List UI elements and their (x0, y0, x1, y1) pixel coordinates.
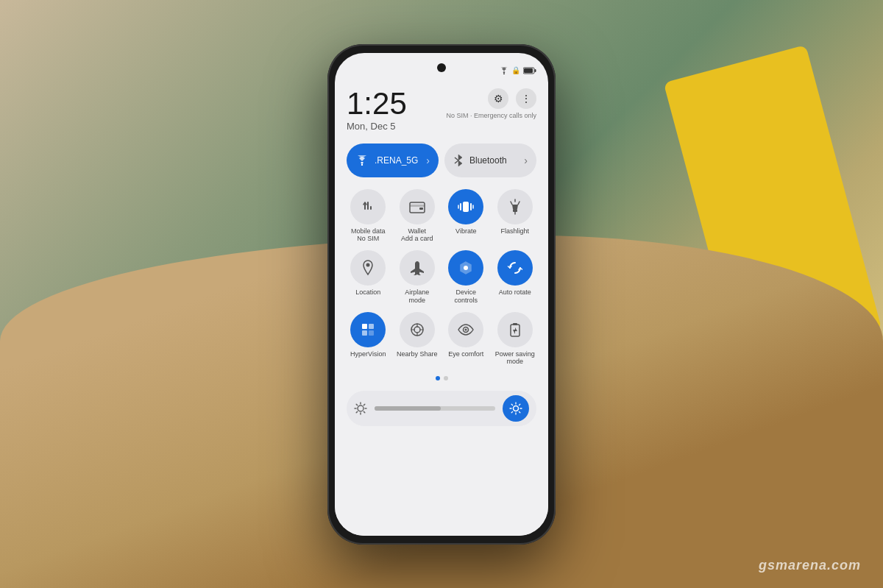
svg-point-0 (503, 73, 505, 74)
camera-hole (437, 63, 446, 72)
watermark: gsmarena.com (759, 558, 861, 573)
svg-rect-7 (419, 208, 423, 210)
qs-panel: 1:25 Mon, Dec 5 ⚙ ⋮ No SIM · Emergency c… (335, 82, 548, 536)
mobile-data-label: Mobile dataNo SIM (351, 227, 386, 244)
auto-rotate-icon-wrap (497, 250, 533, 286)
time-right: ⚙ ⋮ No SIM · Emergency calls only (446, 88, 536, 119)
phone-screen: 🔒 1:25 Mon, Dec 5 (335, 53, 548, 536)
battery-status-icon (523, 67, 536, 74)
brightness-low-icon (354, 402, 367, 415)
settings-button[interactable]: ⚙ (488, 88, 508, 109)
date-display: Mon, Dec 5 (347, 121, 407, 132)
svg-rect-13 (369, 324, 374, 329)
power-saving-label: Power savingmode (495, 350, 535, 366)
svg-point-4 (361, 163, 363, 165)
airplane-icon-wrap (400, 250, 435, 286)
wallet-label: WalletAdd a card (401, 227, 433, 244)
svg-rect-3 (524, 68, 533, 73)
time-controls: ⚙ ⋮ (488, 88, 536, 109)
eye-comfort-icon-wrap (448, 312, 483, 347)
tile-power-saving[interactable]: Power savingmode (494, 312, 537, 366)
wifi-toggle[interactable]: .RENA_5G › (347, 144, 439, 177)
bluetooth-toggle-label: Bluetooth (469, 155, 518, 166)
location-label: Location (355, 288, 380, 297)
svg-point-22 (358, 405, 364, 411)
svg-point-10 (366, 263, 370, 267)
tile-wallet[interactable]: WalletAdd a card (396, 189, 439, 244)
tile-eye-comfort[interactable]: Eye comfort (444, 312, 488, 366)
vibrate-icon-wrap (448, 189, 483, 224)
brightness-slider[interactable] (375, 406, 495, 411)
status-icons: 🔒 (500, 66, 536, 74)
brightness-fill (375, 406, 441, 411)
svg-point-17 (414, 327, 420, 333)
device-controls-label: Device controls (444, 288, 488, 305)
wifi-toggle-label: .RENA_5G (375, 155, 420, 166)
power-saving-icon-wrap (497, 312, 533, 347)
tile-device-controls[interactable]: Device controls (444, 250, 488, 305)
nearby-share-icon-wrap (400, 312, 435, 347)
mobile-data-icon-wrap (350, 189, 386, 224)
airplane-label: Airplanemode (405, 288, 429, 305)
wallet-icon-wrap (400, 189, 435, 224)
clock-display: 1:25 (347, 88, 407, 119)
auto-rotate-label: Auto rotate (499, 288, 531, 297)
wifi-status-icon (500, 67, 508, 74)
svg-rect-6 (410, 205, 425, 207)
nearby-share-label: Nearby Share (397, 350, 438, 358)
tile-hypervision[interactable]: HyperVision (347, 312, 390, 366)
wifi-toggle-icon (355, 155, 369, 166)
bluetooth-toggle[interactable]: Bluetooth › (444, 144, 536, 177)
eye-comfort-label: Eye comfort (448, 350, 483, 358)
device-controls-icon-wrap (448, 250, 483, 286)
brightness-row (347, 391, 536, 426)
svg-point-19 (465, 328, 467, 330)
tile-auto-rotate[interactable]: Auto rotate (494, 250, 537, 305)
sim-status: No SIM · Emergency calls only (446, 112, 536, 119)
bluetooth-toggle-arrow: › (524, 155, 528, 166)
svg-point-23 (514, 406, 519, 411)
more-button[interactable]: ⋮ (516, 88, 536, 109)
svg-rect-12 (362, 324, 367, 329)
time-left: 1:25 Mon, Dec 5 (347, 88, 407, 132)
phone-shell: 🔒 1:25 Mon, Dec 5 (327, 44, 556, 545)
pagination-dots (347, 376, 536, 380)
tile-flashlight[interactable]: Flashlight (494, 189, 537, 244)
hypervision-icon-wrap (350, 312, 386, 347)
tile-mobile-data[interactable]: Mobile dataNo SIM (347, 189, 390, 244)
time-section: 1:25 Mon, Dec 5 ⚙ ⋮ No SIM · Emergency c… (347, 82, 536, 132)
svg-rect-14 (362, 330, 367, 336)
svg-rect-8 (463, 202, 469, 212)
flashlight-icon-wrap (497, 189, 533, 224)
lock-status-icon: 🔒 (511, 66, 520, 74)
svg-rect-21 (513, 323, 517, 325)
tile-vibrate[interactable]: Vibrate (444, 189, 488, 244)
hypervision-label: HyperVision (350, 350, 386, 358)
svg-point-11 (464, 266, 468, 270)
tiles-grid: Mobile dataNo SIM WalletAdd a card (347, 189, 536, 366)
brightness-settings-button[interactable] (503, 395, 529, 422)
tile-location[interactable]: Location (347, 250, 390, 305)
dot-1[interactable] (436, 376, 440, 380)
svg-rect-15 (369, 330, 374, 336)
location-icon-wrap (350, 250, 386, 286)
tile-nearby-share[interactable]: Nearby Share (396, 312, 439, 366)
wifi-toggle-arrow: › (426, 155, 430, 166)
dot-2[interactable] (444, 376, 448, 380)
flashlight-label: Flashlight (500, 227, 529, 235)
tile-airplane[interactable]: Airplanemode (396, 250, 439, 305)
toggle-row: .RENA_5G › Bluetooth › (347, 144, 536, 177)
svg-rect-2 (535, 69, 536, 72)
vibrate-label: Vibrate (455, 227, 476, 235)
bluetooth-toggle-icon (453, 154, 464, 167)
